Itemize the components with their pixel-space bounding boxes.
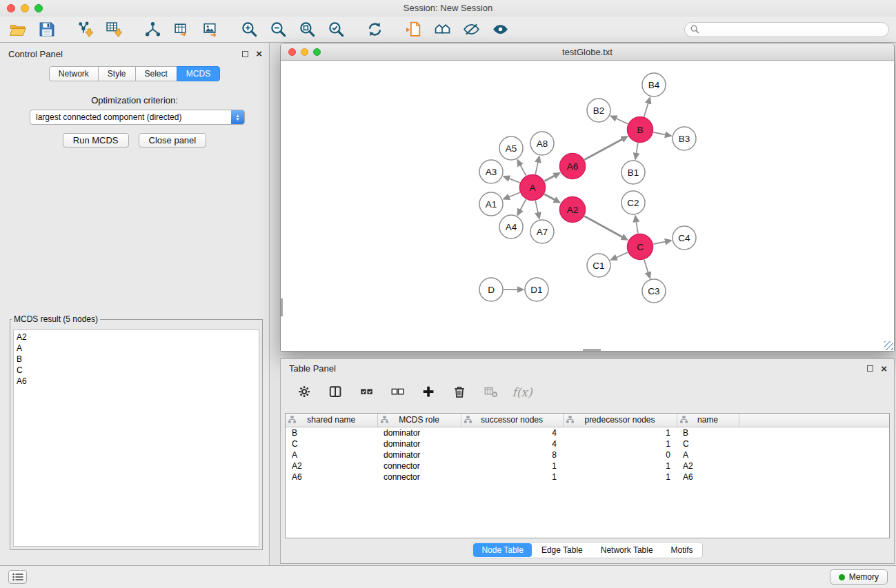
graph-edge-A-A7[interactable] xyxy=(535,201,538,214)
graph-node-B2[interactable]: B2 xyxy=(587,99,610,122)
search-input[interactable] xyxy=(703,25,883,34)
graph-edge-A-A6[interactable] xyxy=(544,175,555,181)
export-image-button[interactable] xyxy=(200,19,221,40)
graph-edge-A-A3[interactable] xyxy=(508,179,520,183)
table-row[interactable]: Cdominator41C xyxy=(286,438,889,449)
graph-edge-C-C2[interactable] xyxy=(636,221,638,234)
graph-node-A4[interactable]: A4 xyxy=(499,215,523,239)
table-tab-edge-table[interactable]: Edge Table xyxy=(533,543,591,557)
close-panel-button[interactable]: Close panel xyxy=(139,133,207,148)
graph-edge-B-B4[interactable] xyxy=(644,103,648,117)
graph-edge-B-B3[interactable] xyxy=(653,132,666,135)
show-all-button[interactable] xyxy=(490,19,510,40)
graph-node-D1[interactable]: D1 xyxy=(525,278,548,301)
tab-mcds[interactable]: MCDS xyxy=(177,66,220,81)
graph-node-C[interactable]: C xyxy=(628,234,653,260)
export-table-button[interactable] xyxy=(171,19,192,40)
table-tab-node-table[interactable]: Node Table xyxy=(473,543,532,557)
mcds-result-item[interactable]: A2 xyxy=(17,332,256,343)
table-close-panel-icon[interactable]: × xyxy=(881,365,887,372)
resize-grip[interactable] xyxy=(884,341,893,350)
tab-select[interactable]: Select xyxy=(135,66,177,81)
close-window-button[interactable] xyxy=(7,4,15,12)
network-graph[interactable]: B4B2BB3A5A8A6B1A3AC2A1A2A4A7C4CC1C3DD1 xyxy=(281,61,894,351)
graph-edge-C-C1[interactable] xyxy=(616,252,628,258)
graph-edge-A6-B[interactable] xyxy=(584,139,623,160)
column-header-predecessor-nodes[interactable]: predecessor nodes xyxy=(563,414,677,427)
table-row[interactable]: A2connector11A2 xyxy=(286,460,889,472)
graph-node-B3[interactable]: B3 xyxy=(673,127,696,150)
graph-node-C2[interactable]: C2 xyxy=(621,191,645,214)
mcds-result-item[interactable]: C xyxy=(17,365,256,376)
network-zoom-button[interactable] xyxy=(313,48,321,56)
table-settings-button[interactable] xyxy=(296,383,314,401)
run-mcds-button[interactable]: Run MCDS xyxy=(63,133,129,148)
network-window-titlebar[interactable]: testGlobe.txt xyxy=(281,43,894,61)
graph-node-A[interactable]: A xyxy=(520,175,546,201)
network-canvas[interactable]: B4B2BB3A5A8A6B1A3AC2A1A2A4A7C4CC1C3DD1 xyxy=(281,61,894,351)
show-columns-button[interactable] xyxy=(327,383,345,401)
graph-edge-A2-C[interactable] xyxy=(584,216,623,237)
table-row[interactable]: Bdominator41B xyxy=(286,427,889,438)
optimization-dropdown[interactable]: largest connected component (directed) ▲… xyxy=(30,110,245,125)
graph-node-A1[interactable]: A1 xyxy=(479,192,503,216)
network-close-button[interactable] xyxy=(288,48,296,56)
mcds-result-list[interactable]: A2ABCA6 xyxy=(13,330,259,547)
first-neighbors-button[interactable] xyxy=(432,19,452,40)
graph-node-A7[interactable]: A7 xyxy=(530,220,554,243)
share-network-button[interactable] xyxy=(142,19,163,40)
mcds-result-item[interactable]: A xyxy=(17,343,256,354)
tab-style[interactable]: Style xyxy=(98,66,136,81)
mcds-result-item[interactable]: B xyxy=(17,354,256,365)
zoom-out-button[interactable] xyxy=(268,19,288,40)
minimize-window-button[interactable] xyxy=(21,4,29,12)
delete-rows-button[interactable] xyxy=(451,383,469,401)
new-network-from-selection-button[interactable] xyxy=(403,19,424,40)
graph-edge-A-A5[interactable] xyxy=(520,165,526,176)
zoom-selected-button[interactable] xyxy=(326,19,346,40)
tab-network[interactable]: Network xyxy=(49,66,99,81)
save-session-button[interactable] xyxy=(36,19,57,40)
table-row[interactable]: Adominator80A xyxy=(286,449,889,460)
task-history-button[interactable] xyxy=(8,570,27,584)
graph-edge-A-A2[interactable] xyxy=(544,194,555,200)
graph-edge-B-B1[interactable] xyxy=(636,143,638,154)
column-header-successor-nodes[interactable]: successor nodes xyxy=(461,414,563,427)
graph-node-A8[interactable]: A8 xyxy=(530,132,554,155)
table-row[interactable]: A6connector11A6 xyxy=(286,472,889,483)
column-header-shared-name[interactable]: shared name xyxy=(286,414,377,427)
graph-node-C1[interactable]: C1 xyxy=(587,254,610,277)
graph-node-B4[interactable]: B4 xyxy=(642,73,666,97)
deselect-all-button[interactable] xyxy=(389,383,407,401)
graph-node-D[interactable]: D xyxy=(479,278,503,301)
table-float-panel-icon[interactable] xyxy=(867,365,873,372)
graph-edge-A-A4[interactable] xyxy=(520,199,526,210)
graph-node-B1[interactable]: B1 xyxy=(621,161,645,184)
add-column-button[interactable] xyxy=(420,383,438,401)
graph-node-C4[interactable]: C4 xyxy=(673,226,696,250)
open-file-button[interactable] xyxy=(7,19,28,40)
table-tab-network-table[interactable]: Network Table xyxy=(593,543,661,557)
function-builder-button[interactable]: f(x) xyxy=(513,383,531,401)
refresh-view-button[interactable] xyxy=(364,19,385,40)
import-network-from-file-button[interactable] xyxy=(74,19,95,40)
table-tab-motifs[interactable]: Motifs xyxy=(663,543,701,557)
hide-selected-button[interactable] xyxy=(461,19,481,40)
vertical-scroll-thumb[interactable] xyxy=(281,298,283,316)
column-header-mcds-role[interactable]: MCDS role xyxy=(377,414,461,427)
zoom-in-button[interactable] xyxy=(239,19,259,40)
graph-node-A2[interactable]: A2 xyxy=(560,197,586,223)
graph-node-A6[interactable]: A6 xyxy=(560,154,586,179)
horizontal-scroll-thumb[interactable] xyxy=(583,349,601,351)
fullscreen-window-button[interactable] xyxy=(34,4,43,12)
zoom-fit-button[interactable] xyxy=(297,19,317,40)
memory-button[interactable]: Memory xyxy=(830,569,888,585)
graph-edge-A-A8[interactable] xyxy=(535,161,538,174)
column-header-name[interactable]: name xyxy=(677,414,739,427)
graph-node-A3[interactable]: A3 xyxy=(479,160,503,183)
graph-node-B[interactable]: B xyxy=(628,117,653,143)
graph-edge-B-B2[interactable] xyxy=(615,118,628,123)
graph-edge-C-C4[interactable] xyxy=(653,241,666,244)
float-panel-icon[interactable] xyxy=(242,51,248,57)
graph-edge-A-A1[interactable] xyxy=(508,192,520,197)
